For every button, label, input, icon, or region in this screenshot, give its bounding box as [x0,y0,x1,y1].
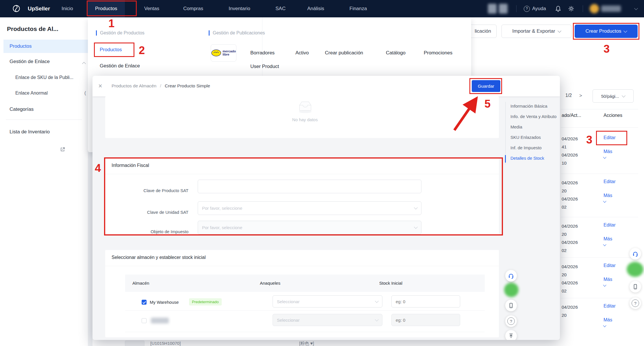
annotation-number-5: 5 [484,98,491,109]
breadcrumb-current: Crear Producto Simple [165,83,210,88]
field-label-objeto-impuesto: Objeto de Impuesto [123,225,188,238]
help-label: Ayuda [532,6,546,12]
more-link[interactable]: Más [604,193,612,203]
anchor-media[interactable]: Media [510,124,522,129]
warehouse-name: My Warehouse [150,300,179,305]
anchor-inf-impuesto[interactable]: Inf. de Impuesto [510,145,542,150]
blurred-app-icon[interactable] [499,4,508,14]
count-paren: ( [84,91,86,96]
bell-icon[interactable] [555,5,561,13]
sidebar-item-productos[interactable]: Productos [10,43,97,49]
stock-inicial-input[interactable] [391,295,460,308]
menu-item-promociones[interactable]: Promociones [424,50,452,56]
whatsapp-icon[interactable] [504,283,519,297]
fiscal-title: Información Fiscal [112,163,149,168]
chevron-down-icon [558,29,561,33]
back-to-top-button[interactable] [505,330,517,340]
help-menu[interactable]: ? Ayuda [524,0,546,17]
media-empty-card: No hay datos [105,96,499,138]
product-image-placeholder [125,341,145,346]
pagination-next-button[interactable]: > [579,93,582,99]
support-headset-button[interactable] [630,248,641,260]
nav-item-productos[interactable]: Productos [88,0,125,17]
sidebar-title: Productos de Al... [7,25,58,32]
fiscal-section-card: Información Fiscal Clave de Producto SAT… [105,158,499,235]
menu-item-user-product[interactable]: User Product [250,64,279,69]
chevron-down-icon [414,206,418,209]
nav-item-sac[interactable]: SAC [275,0,286,17]
menu-item-catalogo[interactable]: Catálogo [386,50,406,56]
edit-link[interactable]: Editar [604,222,616,228]
chevron-down-icon[interactable] [634,6,638,10]
import-export-button[interactable]: Importar & Exportar [501,25,571,38]
menu-item-productos[interactable]: Productos [100,47,122,53]
edit-link[interactable]: Editar [604,135,616,140]
col-anaqueles: Anaqueles [260,281,280,286]
save-button[interactable]: Guardar [472,80,500,92]
anchor-informacion-basica[interactable]: Información Básica [510,104,547,108]
more-link[interactable]: Más [604,236,612,247]
row-dates: 04/202620 04/202602 [562,179,578,211]
annotation-number-3: 3 [604,43,610,54]
anchor-detalles-stock[interactable]: Detalles de Stock [510,156,544,161]
nav-item-finanza[interactable]: Finanza [349,0,367,17]
field-label-clave-unidad-sat: Clave de Unidad SAT [123,205,188,219]
nav-item-inventario[interactable]: Inventario [229,0,250,17]
nav-item-analisis[interactable]: Análisis [307,0,324,17]
help-float-button[interactable]: ? [505,315,517,327]
warehouse-checkbox-checked[interactable] [142,300,147,305]
divider [125,332,485,332]
row-dates: 04/202620 04/202602 [562,222,578,255]
edit-link[interactable]: Editar [604,303,616,309]
mobile-app-button[interactable] [505,300,517,311]
gear-icon[interactable] [568,5,574,13]
support-headset-button[interactable] [505,270,517,281]
whatsapp-icon[interactable] [627,262,643,277]
breadcrumb-root[interactable]: Productos de Almacén [112,83,156,88]
menu-item-borradores[interactable]: Borradores [250,50,275,56]
stock-inicial-input-disabled[interactable] [391,314,460,326]
clave-unidad-sat-select[interactable]: Por favor, seleccione [198,201,421,215]
pagination-page: 1/2 [565,93,572,98]
chevron-down-icon [375,299,379,303]
help-float-button[interactable]: ? [630,297,641,309]
annotation-number-2: 2 [139,45,145,56]
edit-link[interactable]: Editar [604,263,616,268]
user-name-blurred [601,5,621,12]
avatar[interactable] [590,4,599,13]
modal-header: × Productos de Almacén / Crear Producto … [92,76,560,96]
top-nav: UpSeller Inicio Productos Ventas Compras… [0,0,644,17]
more-link[interactable]: Más [604,277,612,287]
mobile-app-button[interactable] [630,281,641,292]
divider [561,298,638,298]
clave-producto-sat-input[interactable] [198,180,421,193]
sidebar-item-lista-inventario[interactable]: Lista de Inventario [10,129,97,135]
page-size-select[interactable]: 50/pági... [593,89,634,103]
anaqueles-select-disabled[interactable]: Seleccionar [273,314,382,326]
nav-item-ventas[interactable]: Ventas [144,0,159,17]
annotation-number-4: 4 [95,163,101,174]
sidebar-item-categorias[interactable]: Categorías [10,106,97,112]
blurred-app-icon[interactable] [488,4,497,14]
nav-item-inicio[interactable]: Inicio [62,0,73,17]
anchor-sku-enlazados[interactable]: SKU Enlazados [510,135,541,140]
divider [561,257,638,258]
objeto-impuesto-select[interactable]: Por favor, seleccione [198,221,421,234]
more-link[interactable]: Más [604,317,612,328]
menu-item-gestion-enlace[interactable]: Gestión de Enlace [100,63,140,69]
nav-item-compras[interactable]: Compras [183,0,203,17]
col-almacen: Almacén [132,281,149,286]
anaqueles-select[interactable]: Seleccionar [273,295,382,308]
edit-link[interactable]: Editar [604,179,616,184]
warehouse-checkbox-unchecked[interactable] [142,318,147,323]
annotation-number-1: 1 [108,18,114,29]
stock-title: Seleccionar almacén y establecer stock i… [112,255,206,260]
menu-item-activo[interactable]: Activo [295,50,309,56]
anchor-info-venta-atributo[interactable]: Info. de Venta y Atributo [510,114,556,119]
more-link[interactable]: Más [604,149,612,159]
mercadolibre-logo[interactable]: mercado libre [211,44,236,62]
create-products-button[interactable]: Crear Productos [575,25,638,38]
menu-item-crear-publicacion[interactable]: Crear publicación [325,50,363,56]
col-header-actions: Acciones [604,113,622,118]
close-icon[interactable]: × [96,82,105,90]
